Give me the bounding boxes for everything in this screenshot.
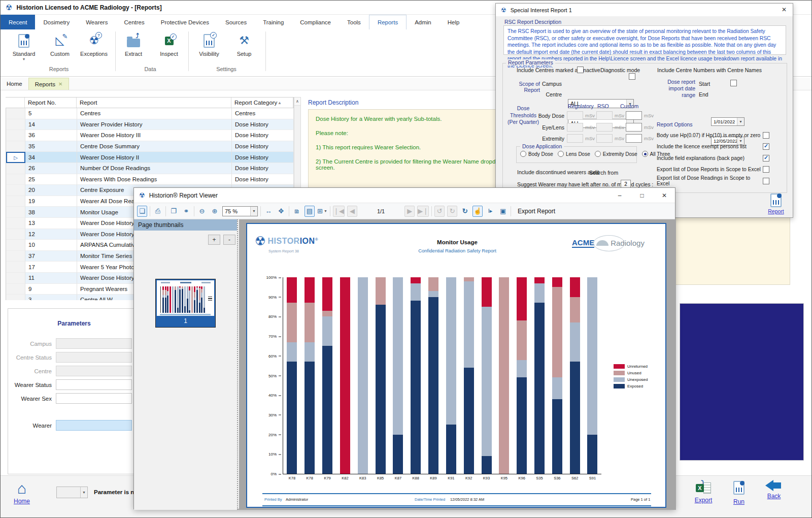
- sort-ascending-icon[interactable]: ▲: [278, 101, 282, 105]
- ribbon-tab-protective-devices[interactable]: Protective Devices: [153, 15, 217, 29]
- row-selector[interactable]: [6, 295, 25, 300]
- zoom-level-dropdown[interactable]: 75 %▼: [222, 206, 258, 216]
- radio-extremity-dose[interactable]: Extremity Dose: [595, 151, 637, 157]
- redo-icon[interactable]: ↻: [447, 206, 457, 217]
- include-inactive-checkbox[interactable]: [577, 67, 584, 73]
- option-checkbox[interactable]: [763, 155, 769, 161]
- scroll-up-icon[interactable]: ∧: [294, 98, 300, 106]
- ribbon-tab-tools[interactable]: Tools: [339, 15, 369, 29]
- table-row[interactable]: ▷34Wearer Dose History IIDose History: [6, 152, 294, 163]
- header-category[interactable]: Report Category▲: [231, 98, 293, 108]
- copy-icon[interactable]: ❐: [168, 206, 179, 217]
- continuous-view-icon[interactable]: ▤: [304, 206, 315, 217]
- row-selector[interactable]: [6, 163, 25, 174]
- radio-body-dose[interactable]: Body Dose: [520, 151, 553, 157]
- extremity-custom-input[interactable]: [626, 134, 642, 143]
- zoom-out-icon[interactable]: ⊖: [197, 206, 207, 217]
- table-row[interactable]: 36Wearer Dose History IIIDose History: [6, 130, 294, 141]
- row-selector[interactable]: [6, 207, 25, 218]
- row-selector[interactable]: [6, 240, 25, 251]
- table-row[interactable]: 14Wearer Provider HistoryDose History: [6, 119, 294, 131]
- two-page-view-icon[interactable]: 🗈: [292, 206, 302, 217]
- row-selector[interactable]: [6, 196, 25, 207]
- run-button[interactable]: Run: [729, 481, 749, 506]
- next-page-icon[interactable]: ▶: [404, 206, 415, 217]
- home-button[interactable]: ⌂ Home: [14, 481, 30, 505]
- row-selector[interactable]: [6, 218, 25, 229]
- param-input-wearer-sex[interactable]: [56, 393, 132, 404]
- viewer-close-button[interactable]: ✕: [658, 191, 671, 200]
- row-selector[interactable]: [6, 251, 25, 262]
- dialog-report-button[interactable]: Report: [765, 193, 787, 214]
- ribbon-tab-recent[interactable]: Recent: [1, 15, 35, 29]
- toggle-thumbnails-icon[interactable]: ❏: [137, 206, 147, 217]
- tab-reports[interactable]: Reports ✕: [28, 78, 70, 90]
- previous-page-icon[interactable]: ◀: [347, 206, 357, 217]
- page-thumbnail[interactable]: 1: [156, 279, 215, 327]
- row-selector[interactable]: ▷: [6, 152, 25, 163]
- find-icon[interactable]: ⚭: [181, 206, 191, 217]
- eye-custom-input[interactable]: [626, 123, 642, 132]
- table-row[interactable]: 25Wearers With Dose ReadingsDose History: [6, 174, 294, 185]
- text-select-icon[interactable]: I▸: [485, 206, 495, 217]
- option-checkbox[interactable]: [763, 143, 769, 150]
- body-custom-input[interactable]: [626, 111, 642, 120]
- radio-all-three[interactable]: All Three: [642, 151, 670, 157]
- centre-numbers-checkbox[interactable]: [730, 80, 737, 86]
- row-selector[interactable]: [6, 119, 25, 131]
- row-selector[interactable]: [6, 273, 25, 284]
- fit-page-icon[interactable]: ✥: [276, 206, 286, 217]
- standard-button[interactable]: Standard ▾: [12, 31, 36, 61]
- last-page-icon[interactable]: ▶❘: [417, 206, 429, 217]
- back-button[interactable]: Back: [763, 480, 785, 500]
- ribbon-tab-sources[interactable]: Sources: [217, 15, 255, 29]
- zoom-in-icon[interactable]: ⊕: [210, 206, 220, 217]
- close-tab-icon[interactable]: ✕: [58, 81, 62, 87]
- maximize-button[interactable]: □: [635, 191, 649, 200]
- row-selector[interactable]: [6, 108, 25, 119]
- ribbon-tab-reports[interactable]: Reports: [369, 15, 407, 29]
- dialog-close-icon[interactable]: ✕: [782, 6, 787, 13]
- ribbon-tab-wearers[interactable]: Wearers: [78, 15, 116, 29]
- refresh-icon[interactable]: ↻: [460, 206, 470, 217]
- viewer-canvas[interactable]: ☢ HISTORION® System Report 38 Monitor Us…: [239, 219, 676, 510]
- custom-button[interactable]: ◺✎ Custom: [47, 31, 73, 57]
- bottom-parameter-dropdown[interactable]: ▼: [56, 487, 88, 498]
- minimize-button[interactable]: –: [613, 191, 626, 200]
- diagnostic-mode-checkbox[interactable]: [629, 73, 635, 80]
- ribbon-tab-centres[interactable]: Centres: [116, 15, 152, 29]
- fit-width-icon[interactable]: ↔: [263, 206, 274, 217]
- thumbnail-zoom-in-button[interactable]: +: [208, 235, 220, 245]
- undo-icon[interactable]: ↺: [434, 206, 445, 217]
- tab-home[interactable]: Home: [1, 78, 28, 90]
- row-selector[interactable]: [6, 130, 25, 141]
- row-selector[interactable]: [6, 262, 25, 273]
- ribbon-tab-training[interactable]: Training: [255, 15, 292, 29]
- param-input-wearer-status[interactable]: [56, 379, 132, 390]
- export-report-button[interactable]: Export Report: [518, 208, 555, 215]
- ribbon-tab-help[interactable]: Help: [439, 15, 468, 29]
- ribbon-tab-dosimetry[interactable]: Dosimetry: [35, 15, 78, 29]
- header-report[interactable]: Report: [77, 98, 231, 108]
- start-date-dropdown[interactable]: 1/01/2022▼: [711, 117, 745, 126]
- param-input-wearer[interactable]: [56, 420, 132, 431]
- print-icon[interactable]: ⎙: [153, 206, 163, 217]
- table-row[interactable]: 35Centre Dose SummaryDose History: [6, 141, 294, 152]
- thumbnail-zoom-out-button[interactable]: -: [223, 235, 235, 245]
- hand-tool-icon[interactable]: ☝: [472, 206, 483, 217]
- visibility-button[interactable]: ✓ Visibility: [195, 31, 223, 57]
- header-report-no[interactable]: Report No.: [25, 98, 77, 108]
- setup-button[interactable]: ⚒ Setup: [231, 31, 257, 57]
- option-checkbox[interactable]: [763, 178, 769, 184]
- option-checkbox[interactable]: [763, 166, 769, 173]
- export-button[interactable]: ⤵X Export: [692, 481, 715, 504]
- first-page-icon[interactable]: ❘◀: [333, 206, 345, 217]
- table-row[interactable]: 5CentresCentres: [6, 108, 294, 119]
- row-selector[interactable]: [6, 229, 25, 240]
- inspect-button[interactable]: X✓ Inspect: [156, 31, 182, 57]
- ribbon-tab-compliance[interactable]: Compliance: [292, 15, 339, 29]
- multipage-grid-icon[interactable]: ⊞▼: [317, 206, 327, 217]
- radio-lens-dose[interactable]: Lens Dose: [558, 151, 590, 157]
- snapshot-icon[interactable]: ▣: [498, 206, 508, 217]
- ribbon-tab-admin[interactable]: Admin: [407, 15, 439, 29]
